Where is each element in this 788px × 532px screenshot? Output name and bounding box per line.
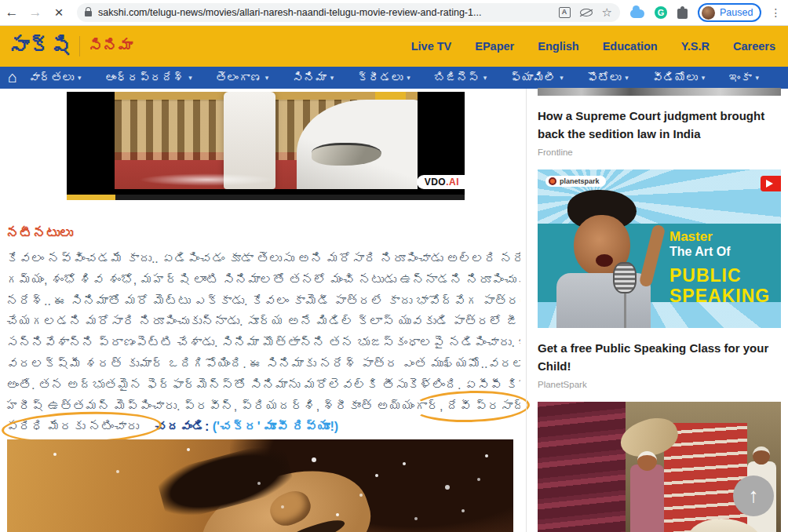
close-icon[interactable]: × <box>47 4 71 21</box>
header-link-education[interactable]: Education <box>603 40 658 53</box>
sidebar-cutoff-image[interactable] <box>538 88 781 96</box>
worker-figure <box>630 465 664 532</box>
article-line: కేవలం నవ్వించడమే కాదు.. ఏడిపించడం కూడా త… <box>6 249 520 270</box>
article-image-movie-still <box>7 439 513 532</box>
ad-boy-shirt <box>556 273 651 328</box>
forward-icon[interactable]: → <box>24 5 47 20</box>
header-link-careers[interactable]: Careers <box>733 40 775 53</box>
ad-text-the-art-of: The Art Of <box>669 245 731 259</box>
video-frame <box>115 92 418 189</box>
ad-text-master: Master <box>669 229 713 245</box>
back-icon[interactable]: ← <box>0 5 24 20</box>
still-rain-drops <box>7 439 9 441</box>
nav-item-sports[interactable]: క్రీడలు▾ <box>357 71 410 84</box>
header-link-live-tv[interactable]: Live TV <box>411 40 452 53</box>
nav-item-cinema[interactable]: సినిమా▾ <box>292 71 334 84</box>
article-line: గమ్యం, శంభో శివ శంభో, మహర్షి లాంటి సినిమ… <box>6 270 520 291</box>
extensions-puzzle-icon[interactable] <box>677 9 688 19</box>
chevron-down-icon: ▾ <box>407 74 410 82</box>
article-line: నరేశ్.. ఈ సినిమాతో మరో మెట్టు ఎక్కాడు. క… <box>6 291 520 312</box>
article-line: పరిధి మేరకు నటించారుచదవండి: ('చక్ర' మూవీ… <box>6 417 520 438</box>
url-bar[interactable]: sakshi.com/telugu-news/movies/allari-nar… <box>77 3 620 22</box>
planetspark-logo: planetspark <box>545 176 606 187</box>
article-line: సన్నివేశాన్ని ప్రాణంపెట్టి చేశాడు. సినిమ… <box>6 333 520 354</box>
content-divider <box>526 89 527 532</box>
ad-text-speaking: SPEAKING <box>669 286 770 307</box>
chevron-down-icon: ▾ <box>625 74 629 82</box>
video-player[interactable]: VDO.AI <box>67 92 465 200</box>
chevron-down-icon: ▾ <box>702 74 706 82</box>
ad-boy-mouth <box>596 254 613 267</box>
sakshi-logo[interactable]: సాక్షి <box>8 35 71 59</box>
nav-item-business[interactable]: బిజినెస్▾ <box>434 71 487 84</box>
scroll-to-top-button[interactable]: ↑ <box>733 476 774 516</box>
chevron-down-icon: ▾ <box>265 74 269 82</box>
profile-paused-label: Paused <box>720 7 753 18</box>
site-header: సాక్షి సినిమా Live TV EPaper English Edu… <box>0 26 788 67</box>
video-scene-headlight <box>312 143 381 166</box>
nav-item-more[interactable]: ఇంకా▾ <box>728 71 759 84</box>
chevron-down-icon: ▾ <box>78 74 82 82</box>
nav-item-telangana[interactable]: తెలంగాణ▾ <box>216 71 269 84</box>
microphone-icon <box>613 262 637 293</box>
article-section-heading: నటీనటులు <box>6 226 520 242</box>
planetspark-logo-icon <box>549 177 556 185</box>
video-progress-bar[interactable] <box>67 195 465 200</box>
menu-kebab-icon[interactable]: ⋮ <box>770 6 781 19</box>
youtube-icon <box>761 176 781 191</box>
article-line: అంతే. తన అద్భుతమైన ఫెర్ఫార్మెన్స్‌తో సిన… <box>6 375 520 396</box>
article-line: వరలక్ష్మీ శరత్ కుమార్ ఒదిగిపోయింది. ఈ సి… <box>6 354 520 375</box>
header-link-ysr[interactable]: Y.S.R <box>681 40 710 53</box>
video-scene-glare <box>139 173 275 186</box>
article-body: నటీనటులు కేవలం నవ్వించడమే కాదు.. ఏడిపించ… <box>6 226 520 438</box>
nav-item-andhra-pradesh[interactable]: ఆంధ్రప్రదేశ్▾ <box>105 71 192 84</box>
cloud-extension-icon[interactable] <box>630 9 644 18</box>
bookmark-star-icon[interactable]: ☆ <box>602 5 612 20</box>
logo-divider <box>79 36 80 56</box>
avatar <box>702 6 715 20</box>
header-links: Live TV EPaper English Education Y.S.R C… <box>411 40 775 53</box>
sidebar-story-title[interactable]: How a Supreme Court judgment brought bac… <box>538 107 781 143</box>
article-line: హరీష్ ఉత్తమన్ మెప్పించారు. ప్రవీన్, ప్రి… <box>6 396 520 417</box>
header-link-epaper[interactable]: EPaper <box>475 40 514 53</box>
vdoai-watermark: VDO.AI <box>417 175 465 189</box>
sidebar: How a Supreme Court judgment brought bac… <box>538 88 781 532</box>
browser-window: ← → × sakshi.com/telugu-news/movies/alla… <box>0 0 788 532</box>
chevron-down-icon: ▾ <box>755 74 759 82</box>
grammarly-icon[interactable]: G <box>655 6 667 19</box>
main-navigation: ⌂ వార్తలు▾ ఆంధ్రప్రదేశ్▾ తెలంగాణ▾ సినిమా… <box>0 67 788 89</box>
url-text[interactable]: sakshi.com/telugu-news/movies/allari-nar… <box>98 7 549 18</box>
sidebar-story-title[interactable]: Get a free Public Speaking Class for you… <box>538 339 781 375</box>
annotated-text-end: పరిధి మేరకు నటించారు <box>6 420 139 433</box>
article-line: చేయగలడని మరోసారి నిరూపించుకున్నాడు. సూర్… <box>6 312 520 333</box>
ad-text-public: PUBLIC <box>669 265 742 286</box>
sacks-stack-left <box>538 402 626 532</box>
header-link-english[interactable]: English <box>538 40 578 53</box>
lock-icon <box>85 11 92 16</box>
nav-item-videos[interactable]: వీడియోలు▾ <box>652 71 706 84</box>
chakra-review-link[interactable]: ('చక్ర' మూవీ రివ్యూ!) <box>213 420 338 433</box>
nav-item-news[interactable]: వార్తలు▾ <box>28 71 82 84</box>
planetspark-ad[interactable]: planetspark Master The Art Of PUBLIC SPE… <box>538 169 781 328</box>
section-logo-cinema[interactable]: సినిమా <box>88 38 133 55</box>
home-icon[interactable]: ⌂ <box>8 68 17 86</box>
sidebar-story-source: Frontline <box>538 148 781 157</box>
worker-head <box>637 451 657 471</box>
chevron-down-icon: ▾ <box>188 74 192 82</box>
eye-off-icon[interactable] <box>580 9 593 16</box>
chevron-down-icon: ▾ <box>560 74 564 82</box>
nav-item-family[interactable]: ఫ్యామిలీ▾ <box>510 71 564 84</box>
translate-icon[interactable]: A <box>559 7 571 18</box>
microphone-stand <box>624 293 626 328</box>
profile-button[interactable]: Paused <box>698 3 761 22</box>
read-more-label: చదవండి: <box>155 420 209 433</box>
nav-item-photos[interactable]: ఫొటోలు▾ <box>587 71 629 84</box>
up-arrow-icon: ↑ <box>749 483 759 507</box>
chevron-down-icon: ▾ <box>483 74 487 82</box>
sidebar-story-source: PlanetSpark <box>538 380 781 389</box>
browser-toolbar: ← → × sakshi.com/telugu-news/movies/alla… <box>0 0 788 26</box>
video-progress-fill <box>67 195 115 200</box>
chevron-down-icon: ▾ <box>330 74 334 82</box>
